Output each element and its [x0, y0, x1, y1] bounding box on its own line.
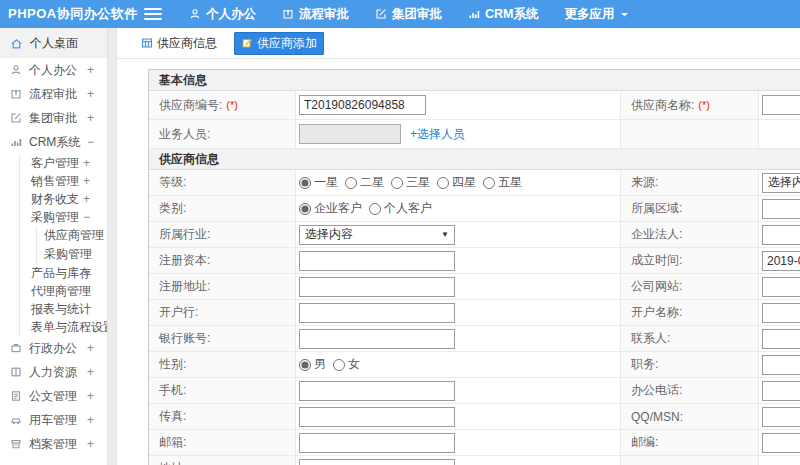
mobile-input[interactable]: [299, 381, 455, 401]
source-select[interactable]: 选择内容▼: [762, 173, 800, 193]
sidebar-item-form-process-settings[interactable]: 表单与流程设置+: [0, 318, 107, 336]
sidebar-item-admin-office[interactable]: 行政办公+: [0, 336, 107, 360]
field-label: 等级:: [159, 174, 186, 191]
expand-toggle-icon[interactable]: +: [87, 437, 94, 451]
qq-msn-input[interactable]: [762, 407, 800, 427]
nav-group-approval[interactable]: 集团审批: [362, 0, 455, 28]
level-radio-input-4[interactable]: [483, 177, 495, 189]
sidebar-item-supplier-mgmt[interactable]: 供应商管理: [0, 226, 107, 245]
sidebar-item-report-stats[interactable]: 报表与统计: [0, 300, 107, 318]
category-radio-1[interactable]: 个人客户: [369, 200, 432, 217]
hamburger-menu-icon[interactable]: [144, 8, 162, 20]
gender-radio-input-1[interactable]: [333, 359, 345, 371]
category-radio-input-1[interactable]: [369, 203, 381, 215]
sidebar-splitter[interactable]: [107, 28, 117, 465]
tab-supplier-add-label: 供应商添加: [257, 35, 317, 52]
sidebar-item-archive-mgmt[interactable]: 档案管理+: [0, 432, 107, 456]
expand-toggle-icon[interactable]: +: [83, 156, 90, 170]
level-radio-input-3[interactable]: [437, 177, 449, 189]
form-cell: 性别:: [149, 352, 296, 377]
industry-select[interactable]: 选择内容▼: [299, 225, 455, 245]
level-radio-2[interactable]: 三星: [391, 174, 430, 191]
nav-more-apps[interactable]: 更多应用: [551, 0, 642, 28]
bank-account-input[interactable]: [299, 329, 455, 349]
form-cell: 银行账号:: [149, 326, 296, 351]
level-radio-3[interactable]: 四星: [437, 174, 476, 191]
top-bar: PHPOA协同办公软件 个人办公流程审批集团审批CRM系统 更多应用: [0, 0, 800, 28]
expand-toggle-icon[interactable]: +: [83, 284, 90, 298]
registered-capital-input[interactable]: [299, 251, 455, 271]
sidebar-item-purchase-mgmt[interactable]: 采购管理−: [0, 208, 107, 226]
expand-toggle-icon[interactable]: +: [87, 413, 94, 427]
account-name-input[interactable]: [762, 303, 800, 323]
level-radio-input-0[interactable]: [299, 177, 311, 189]
field-label: 地址:: [159, 460, 186, 465]
tab-supplier-info[interactable]: 供应商信息: [134, 32, 224, 55]
sidebar-item-product-inventory[interactable]: 产品与库存+: [0, 264, 107, 282]
section-supplier-info-title: 供应商信息: [149, 149, 800, 170]
expand-toggle-icon[interactable]: +: [83, 266, 90, 280]
bank-branch-input[interactable]: [299, 303, 455, 323]
email-input[interactable]: [299, 433, 455, 453]
fax-input[interactable]: [299, 407, 455, 427]
tab-supplier-add[interactable]: 供应商添加: [234, 32, 324, 55]
nav-process-approval[interactable]: 流程审批: [269, 0, 362, 28]
expand-toggle-icon[interactable]: +: [87, 63, 94, 77]
expand-toggle-icon[interactable]: +: [87, 389, 94, 403]
expand-toggle-icon[interactable]: +: [87, 111, 94, 125]
supplier-name-input[interactable]: [762, 95, 800, 115]
address-input[interactable]: [299, 459, 455, 465]
sidebar-item-document-mgmt[interactable]: 公文管理+: [0, 384, 107, 408]
sidebar-item-group-approval[interactable]: 集团审批+: [0, 106, 107, 130]
level-radio-input-2[interactable]: [391, 177, 403, 189]
sidebar-item-human-resources[interactable]: 人力资源+: [0, 360, 107, 384]
level-radio-label-2: 三星: [406, 174, 430, 191]
registered-address-input[interactable]: [299, 277, 455, 297]
sidebar-item-sales-mgmt[interactable]: 销售管理+: [0, 172, 107, 190]
form-row: 等级:一星二星三星四星五星来源:选择内容▼: [149, 170, 800, 196]
position-input[interactable]: [762, 355, 800, 375]
sidebar-item-finance-inout[interactable]: 财务收支+: [0, 190, 107, 208]
category-radio-0[interactable]: 企业客户: [299, 200, 362, 217]
expand-toggle-icon[interactable]: −: [83, 210, 90, 224]
expand-toggle-icon[interactable]: +: [87, 341, 94, 355]
gender-radio-input-0[interactable]: [299, 359, 311, 371]
level-radio-label-1: 二星: [360, 174, 384, 191]
legal-person-input[interactable]: [762, 225, 800, 245]
category-radio-input-0[interactable]: [299, 203, 311, 215]
expand-toggle-icon[interactable]: +: [83, 192, 90, 206]
chart-icon: [10, 136, 22, 148]
business-person-input[interactable]: [299, 124, 401, 144]
postcode-input[interactable]: [762, 433, 800, 453]
nav-personal-office[interactable]: 个人办公: [176, 0, 269, 28]
sidebar-item-personal-desktop[interactable]: 个人桌面: [0, 28, 107, 58]
level-radio-0[interactable]: 一星: [299, 174, 338, 191]
region-input[interactable]: [762, 199, 800, 219]
gender-radio-1[interactable]: 女: [333, 356, 360, 373]
gender-radio-0[interactable]: 男: [299, 356, 326, 373]
sidebar-item-process-approval[interactable]: 流程审批+: [0, 82, 107, 106]
sidebar-item-customer-mgmt[interactable]: 客户管理+: [0, 154, 107, 172]
supplier-code-input[interactable]: [299, 95, 426, 115]
sidebar-item-agent-mgmt[interactable]: 代理商管理+: [0, 282, 107, 300]
expand-toggle-icon[interactable]: +: [83, 174, 90, 188]
contact-person-input[interactable]: [762, 329, 800, 349]
office-phone-input[interactable]: [762, 381, 800, 401]
choose-person-link[interactable]: +选择人员: [410, 126, 465, 143]
sidebar-item-personal-office[interactable]: 个人办公+: [0, 58, 107, 82]
sidebar-item-vehicle-mgmt[interactable]: 用车管理+: [0, 408, 107, 432]
company-website-input[interactable]: [762, 277, 800, 297]
level-radio-4[interactable]: 五星: [483, 174, 522, 191]
founded-date-input[interactable]: [762, 251, 800, 271]
sidebar-item-purchase-mgmt-sub[interactable]: 采购管理: [0, 245, 107, 264]
expand-toggle-icon[interactable]: +: [87, 365, 94, 379]
nav-crm-system[interactable]: CRM系统: [455, 0, 551, 28]
content-area: 基本信息供应商编号:(*)供应商名称:(*)业务人员:+选择人员供应商信息等级:…: [117, 59, 800, 465]
tab-supplier-info-label: 供应商信息: [157, 35, 217, 52]
level-radio-1[interactable]: 二星: [345, 174, 384, 191]
sidebar-item-crm-system[interactable]: CRM系统−: [0, 130, 107, 154]
level-radio-input-1[interactable]: [345, 177, 357, 189]
expand-toggle-icon[interactable]: −: [87, 135, 94, 149]
expand-toggle-icon[interactable]: +: [87, 87, 94, 101]
form-cell: [296, 456, 621, 465]
